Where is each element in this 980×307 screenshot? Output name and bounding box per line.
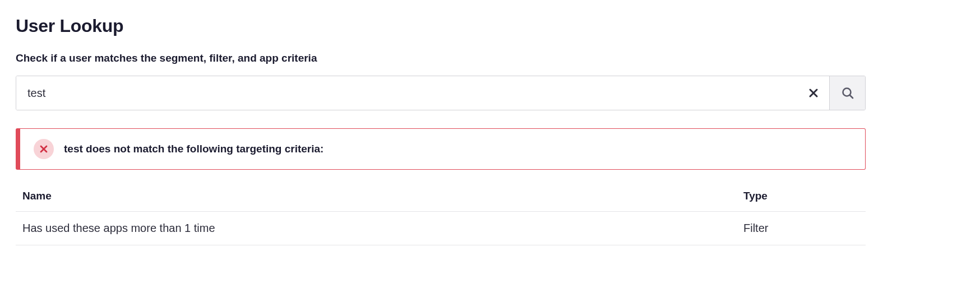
search-row (16, 76, 866, 110)
error-icon-wrap (34, 139, 54, 159)
column-header-name: Name (16, 181, 737, 212)
table-row: Has used these apps more than 1 time Fil… (16, 212, 866, 245)
svg-line-1 (850, 95, 853, 98)
column-header-type: Type (737, 181, 866, 212)
cell-type: Filter (737, 212, 866, 245)
search-icon (841, 86, 854, 100)
results-table: Name Type Has used these apps more than … (16, 181, 866, 245)
page-title: User Lookup (16, 16, 964, 36)
cell-name: Has used these apps more than 1 time (16, 212, 737, 245)
page-subtitle: Check if a user matches the segment, fil… (16, 52, 964, 64)
search-input[interactable] (16, 76, 798, 110)
error-message: test does not match the following target… (64, 143, 323, 155)
error-icon (40, 145, 48, 153)
error-alert: test does not match the following target… (16, 128, 866, 170)
clear-button[interactable] (798, 76, 829, 110)
search-button[interactable] (829, 76, 865, 110)
close-icon (808, 88, 819, 98)
